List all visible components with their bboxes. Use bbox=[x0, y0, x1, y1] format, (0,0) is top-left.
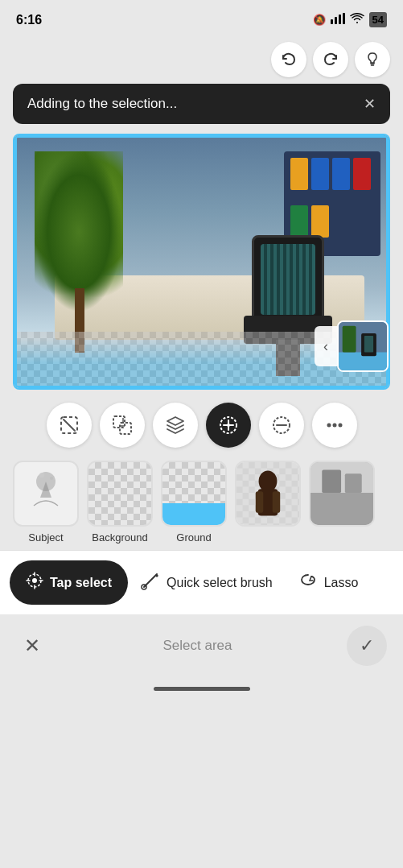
book-6 bbox=[311, 205, 329, 238]
subtract-selection-button[interactable] bbox=[259, 403, 304, 448]
preset-subject-thumb bbox=[13, 461, 79, 527]
status-bar: 6:16 🔕 54 bbox=[0, 0, 403, 35]
plant-element bbox=[31, 151, 127, 353]
preset-background[interactable]: Background bbox=[87, 461, 153, 544]
preset-subject-label: Subject bbox=[28, 531, 63, 544]
svg-point-23 bbox=[327, 424, 331, 428]
presets-row: Subject Background Ground bbox=[0, 454, 403, 550]
selection-tools-row bbox=[0, 390, 403, 454]
thumbnail-preview[interactable] bbox=[337, 320, 389, 372]
bottom-tools-bar: Tap select Quick select brush Lasso bbox=[0, 550, 403, 614]
main-image-area[interactable]: ‹ bbox=[13, 134, 390, 390]
bell-icon: 🔕 bbox=[313, 14, 326, 26]
preset-ground[interactable]: Ground bbox=[161, 461, 227, 544]
toast-close-button[interactable]: ✕ bbox=[364, 95, 376, 113]
toolbar bbox=[0, 35, 403, 84]
svg-point-25 bbox=[338, 424, 342, 428]
quick-brush-label: Quick select brush bbox=[167, 576, 273, 590]
svg-point-28 bbox=[39, 473, 44, 477]
select-area-bar: ✕ Select area ✓ bbox=[0, 614, 403, 677]
preset-ground-label: Ground bbox=[176, 531, 211, 544]
preset-ground-thumb bbox=[161, 461, 227, 527]
svg-rect-45 bbox=[345, 473, 362, 493]
more-options-button[interactable] bbox=[312, 403, 357, 448]
svg-rect-42 bbox=[310, 462, 373, 493]
lasso-label: Lasso bbox=[324, 576, 359, 590]
svg-point-29 bbox=[50, 477, 53, 480]
book-3 bbox=[332, 158, 350, 190]
book-5 bbox=[290, 205, 308, 238]
undo-button[interactable] bbox=[271, 42, 306, 77]
redo-button[interactable] bbox=[313, 42, 348, 77]
chair-back-inner bbox=[261, 244, 315, 315]
lasso-button[interactable]: Lasso bbox=[286, 571, 372, 595]
signal-icon bbox=[331, 13, 345, 27]
svg-rect-39 bbox=[256, 491, 264, 513]
chair-back bbox=[252, 235, 324, 324]
toast-message: Adding to the selection... bbox=[27, 96, 177, 112]
wifi-icon bbox=[350, 13, 364, 27]
preset-subject[interactable]: Subject bbox=[13, 461, 79, 544]
confirm-button[interactable]: ✓ bbox=[347, 626, 387, 666]
home-indicator bbox=[0, 677, 403, 700]
book-4 bbox=[353, 158, 371, 190]
thumbnail-chevron[interactable]: ‹ bbox=[315, 326, 337, 366]
tap-select-button[interactable]: Tap select bbox=[10, 560, 128, 605]
svg-point-47 bbox=[32, 578, 37, 583]
preset-person[interactable] bbox=[235, 461, 301, 531]
svg-rect-10 bbox=[343, 326, 356, 353]
svg-point-20 bbox=[227, 424, 230, 427]
tap-select-icon bbox=[26, 572, 43, 593]
quick-brush-icon bbox=[141, 571, 160, 595]
svg-rect-0 bbox=[331, 19, 333, 24]
svg-rect-9 bbox=[364, 336, 373, 353]
home-bar bbox=[154, 687, 250, 691]
status-icons: 🔕 54 bbox=[313, 12, 387, 27]
no-selection-button[interactable] bbox=[47, 403, 92, 448]
lasso-icon bbox=[298, 571, 318, 595]
book-2 bbox=[311, 158, 329, 190]
preset-person-thumb bbox=[235, 461, 301, 527]
add-selection-button[interactable] bbox=[100, 403, 145, 448]
quick-brush-button[interactable]: Quick select brush bbox=[128, 571, 286, 595]
svg-rect-3 bbox=[343, 13, 345, 24]
book-1 bbox=[290, 158, 308, 190]
svg-point-24 bbox=[332, 424, 336, 428]
svg-rect-44 bbox=[322, 470, 341, 494]
layers-button[interactable] bbox=[153, 403, 198, 448]
preset-last[interactable] bbox=[309, 461, 375, 531]
quick-select-button[interactable] bbox=[206, 403, 251, 448]
cancel-button[interactable]: ✕ bbox=[16, 630, 48, 662]
thumbnail-panel: ‹ bbox=[315, 320, 389, 372]
svg-line-12 bbox=[64, 420, 75, 431]
svg-rect-40 bbox=[273, 491, 281, 513]
svg-rect-2 bbox=[339, 14, 341, 24]
toast-notification: Adding to the selection... ✕ bbox=[13, 84, 390, 124]
battery-indicator: 54 bbox=[369, 12, 387, 27]
preset-background-thumb bbox=[87, 461, 153, 527]
svg-rect-1 bbox=[335, 17, 337, 24]
select-area-label: Select area bbox=[163, 638, 232, 654]
status-time: 6:16 bbox=[16, 13, 42, 27]
svg-rect-43 bbox=[310, 493, 373, 525]
tap-select-label: Tap select bbox=[50, 576, 112, 590]
svg-point-37 bbox=[259, 470, 278, 492]
preset-background-label: Background bbox=[92, 531, 147, 544]
lightbulb-button[interactable] bbox=[355, 42, 390, 77]
preset-last-thumb bbox=[309, 461, 375, 527]
